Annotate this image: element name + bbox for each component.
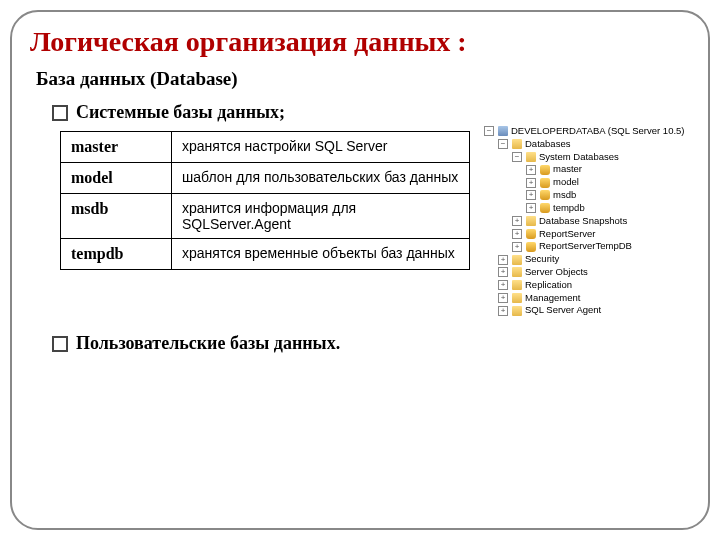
expand-icon[interactable]: + <box>526 203 536 213</box>
tree-label: msdb <box>553 189 576 202</box>
expand-icon[interactable]: + <box>498 280 508 290</box>
table-row: tempdb хранятся временные объекты баз да… <box>61 239 470 270</box>
folder-icon <box>512 255 522 265</box>
tree-label: ReportServerTempDB <box>539 240 632 253</box>
folder-icon <box>512 267 522 277</box>
tree-label: ReportServer <box>539 228 596 241</box>
tree-label: model <box>553 176 579 189</box>
tree-replication-node[interactable]: + Replication <box>484 279 685 292</box>
bullet-system: Системные базы данных; <box>52 102 690 123</box>
tree-label: Server Objects <box>525 266 588 279</box>
db-desc: шаблон для пользовательских баз данных <box>172 163 470 194</box>
bullet-user-text: Пользовательские базы данных. <box>76 333 340 354</box>
system-db-table: master хранятся настройки SQL Server mod… <box>60 131 470 270</box>
db-desc: хранятся настройки SQL Server <box>172 132 470 163</box>
expand-icon[interactable]: + <box>498 293 508 303</box>
tree-db-item[interactable]: + tempdb <box>484 202 685 215</box>
slide-frame: Логическая организация данных : База дан… <box>10 10 710 530</box>
collapse-icon[interactable]: − <box>484 126 494 136</box>
square-bullet-icon <box>52 105 68 121</box>
tree-db-item[interactable]: + model <box>484 176 685 189</box>
tree-label: DEVELOPERDATABA (SQL Server 10.5) <box>511 125 685 138</box>
expand-icon[interactable]: + <box>498 255 508 265</box>
database-icon <box>540 203 550 213</box>
tree-label: Database Snapshots <box>539 215 627 228</box>
table-row: model шаблон для пользовательских баз да… <box>61 163 470 194</box>
object-explorer-tree: − DEVELOPERDATABA (SQL Server 10.5) − Da… <box>484 125 685 317</box>
expand-icon[interactable]: + <box>512 242 522 252</box>
folder-icon <box>526 216 536 226</box>
expand-icon[interactable]: + <box>498 267 508 277</box>
slide-title: Логическая организация данных : <box>30 26 690 58</box>
db-name: tempdb <box>61 239 172 270</box>
tree-label: Security <box>525 253 559 266</box>
server-icon <box>498 126 508 136</box>
database-icon <box>540 178 550 188</box>
db-desc: хранится информация для SQLServer.Agent <box>172 194 470 239</box>
tree-label: Databases <box>525 138 570 151</box>
tree-db-item[interactable]: + master <box>484 163 685 176</box>
tree-label: Management <box>525 292 580 305</box>
tree-security-node[interactable]: + Security <box>484 253 685 266</box>
tree-label: master <box>553 163 582 176</box>
tree-agent-node[interactable]: + SQL Server Agent <box>484 304 685 317</box>
folder-icon <box>512 280 522 290</box>
folder-icon <box>512 139 522 149</box>
db-name: model <box>61 163 172 194</box>
expand-icon[interactable]: + <box>512 216 522 226</box>
tree-label: System Databases <box>539 151 619 164</box>
database-icon <box>526 229 536 239</box>
tree-serverobjects-node[interactable]: + Server Objects <box>484 266 685 279</box>
database-icon <box>540 190 550 200</box>
square-bullet-icon <box>52 336 68 352</box>
expand-icon[interactable]: + <box>526 165 536 175</box>
tree-databases-node[interactable]: − Databases <box>484 138 685 151</box>
database-icon <box>540 165 550 175</box>
expand-icon[interactable]: + <box>512 229 522 239</box>
expand-icon[interactable]: + <box>526 178 536 188</box>
tree-server-node[interactable]: − DEVELOPERDATABA (SQL Server 10.5) <box>484 125 685 138</box>
expand-icon[interactable]: + <box>526 190 536 200</box>
table-row: master хранятся настройки SQL Server <box>61 132 470 163</box>
tree-db-item[interactable]: + ReportServer <box>484 228 685 241</box>
bullet-user: Пользовательские базы данных. <box>52 333 690 354</box>
collapse-icon[interactable]: − <box>512 152 522 162</box>
table-row: msdb хранится информация для SQLServer.A… <box>61 194 470 239</box>
tree-db-item[interactable]: + msdb <box>484 189 685 202</box>
database-icon <box>526 242 536 252</box>
tree-db-item[interactable]: + ReportServerTempDB <box>484 240 685 253</box>
expand-icon[interactable]: + <box>498 306 508 316</box>
folder-icon <box>512 293 522 303</box>
collapse-icon[interactable]: − <box>498 139 508 149</box>
folder-icon <box>512 306 522 316</box>
db-name: master <box>61 132 172 163</box>
db-name: msdb <box>61 194 172 239</box>
db-desc: хранятся временные объекты баз данных <box>172 239 470 270</box>
tree-system-db-node[interactable]: − System Databases <box>484 151 685 164</box>
bullet-system-text: Системные базы данных; <box>76 102 285 123</box>
tree-snapshots-node[interactable]: + Database Snapshots <box>484 215 685 228</box>
tree-label: Replication <box>525 279 572 292</box>
folder-icon <box>526 152 536 162</box>
content-row: master хранятся настройки SQL Server mod… <box>30 131 690 317</box>
tree-label: SQL Server Agent <box>525 304 601 317</box>
tree-management-node[interactable]: + Management <box>484 292 685 305</box>
tree-label: tempdb <box>553 202 585 215</box>
slide-subtitle: База данных (Database) <box>36 68 690 90</box>
